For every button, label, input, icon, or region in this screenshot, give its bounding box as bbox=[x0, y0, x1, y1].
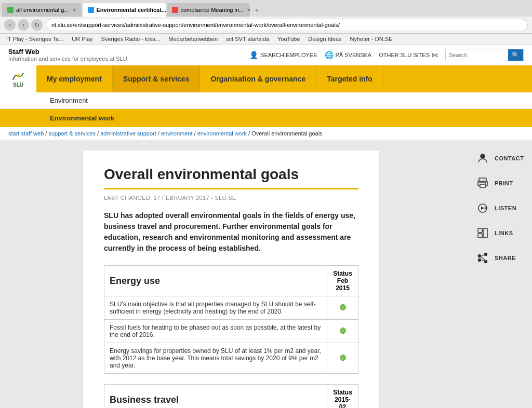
nav-item-support-services[interactable]: Support & services bbox=[113, 65, 201, 92]
status-dot-green bbox=[340, 304, 346, 310]
bookmark-5[interactable]: svt SVT startsida bbox=[224, 35, 271, 43]
business-travel-status-header: Status2015-02 bbox=[327, 385, 358, 409]
table-row: Fossil fuels for heating to be phased ou… bbox=[104, 320, 358, 343]
other-slu-label: OTHER SLU SITES bbox=[379, 52, 430, 58]
breadcrumb-environment[interactable]: environment bbox=[161, 130, 193, 137]
share-action[interactable]: SHARE bbox=[475, 250, 527, 266]
tertiary-nav: Environmental work bbox=[0, 109, 532, 127]
breadcrumb-support[interactable]: support & services bbox=[48, 130, 95, 137]
nav-items: My employment Support & services Organis… bbox=[36, 65, 383, 92]
energy-row-1-text: SLU's main objective is that all propert… bbox=[104, 296, 327, 320]
share-icon: ⋈ bbox=[432, 51, 438, 59]
site-name-area: Staff Web Information and services for e… bbox=[8, 48, 127, 62]
tab-close-3[interactable]: ✕ bbox=[247, 7, 249, 13]
tab-2[interactable]: Environmental certificat... ✕ bbox=[83, 3, 166, 17]
tab-close-1[interactable]: ✕ bbox=[72, 7, 76, 13]
pa-svenska-action[interactable]: 🌐 PÅ SVENSKA bbox=[325, 51, 372, 59]
header-search-button[interactable]: 🔍 bbox=[508, 49, 523, 61]
svg-rect-5 bbox=[480, 184, 485, 187]
header-search-input[interactable] bbox=[446, 50, 508, 60]
back-button[interactable]: ‹ bbox=[4, 19, 16, 31]
svg-rect-10 bbox=[483, 228, 487, 238]
energy-row-2-status bbox=[327, 320, 358, 343]
globe-icon: 🌐 bbox=[325, 51, 334, 59]
tab-favicon-1 bbox=[7, 7, 14, 13]
nav-item-targeted-info[interactable]: Targeted info bbox=[316, 65, 383, 92]
contact-label: CONTACT bbox=[495, 155, 524, 161]
breadcrumb: start staff web / support & services / a… bbox=[0, 127, 532, 140]
print-label: PRINT bbox=[495, 180, 513, 186]
breadcrumb-admin[interactable]: administrative support bbox=[100, 130, 156, 137]
new-tab-button[interactable]: + bbox=[251, 4, 263, 17]
energy-row-3-status bbox=[327, 343, 358, 374]
breadcrumb-start[interactable]: start staff web bbox=[8, 130, 44, 137]
nav-item-targeted-info-label: Targeted info bbox=[327, 75, 373, 83]
print-icon bbox=[475, 175, 490, 191]
nav-item-support-services-label: Support & services bbox=[123, 75, 190, 83]
other-slu-sites-action[interactable]: OTHER SLU SITES ⋈ bbox=[379, 51, 438, 59]
page-title: Overall environmental goals bbox=[104, 166, 358, 189]
bookmark-8[interactable]: Nyheter - DN.SE bbox=[348, 35, 395, 43]
nav-item-my-employment[interactable]: My employment bbox=[36, 65, 113, 92]
links-icon bbox=[475, 225, 490, 241]
svg-point-1 bbox=[17, 74, 20, 77]
site-header: Staff Web Information and services for e… bbox=[0, 45, 532, 65]
bookmark-1[interactable]: IT Play - Sveriges Te... bbox=[4, 35, 65, 43]
tab-label-2: Environmental certificat... bbox=[97, 7, 166, 13]
bookmark-2[interactable]: UR Play bbox=[70, 35, 95, 43]
search-employee-label: SEARCH EMPLOYEE bbox=[260, 52, 317, 58]
forward-button[interactable]: › bbox=[18, 19, 29, 31]
svg-point-13 bbox=[485, 261, 487, 263]
last-changed: LAST CHANGED: 17 FEBRUARY 2017 - SLU.SE bbox=[104, 195, 358, 201]
business-travel-title: Business travel bbox=[104, 385, 327, 409]
share-label: SHARE bbox=[495, 255, 516, 261]
svg-line-17 bbox=[481, 257, 485, 260]
main-content: Overall environmental goals LAST CHANGED… bbox=[0, 140, 470, 408]
svg-rect-8 bbox=[478, 228, 482, 233]
browser-tabs: all environmental g... ✕ Environmental c… bbox=[0, 0, 532, 17]
url-input[interactable] bbox=[46, 19, 528, 31]
svg-point-6 bbox=[485, 183, 486, 184]
secondary-nav-environment[interactable]: Environment bbox=[42, 92, 96, 108]
breadcrumb-current: Overall environmental goals bbox=[251, 130, 322, 137]
svg-rect-3 bbox=[479, 178, 486, 182]
content-card: Overall environmental goals LAST CHANGED… bbox=[83, 151, 379, 408]
contact-action[interactable]: CONTACT bbox=[475, 151, 527, 166]
bookmark-3[interactable]: Sveriges Radio - loka... bbox=[99, 35, 163, 43]
search-employee-action[interactable]: 👤 SEARCH EMPLOYEE bbox=[249, 51, 317, 59]
right-sidebar: CONTACT PRINT LI bbox=[470, 140, 532, 408]
slu-logo[interactable]: SLU bbox=[0, 65, 36, 92]
svg-point-2 bbox=[481, 154, 485, 158]
tab-1[interactable]: all environmental g... ✕ bbox=[2, 3, 82, 17]
breadcrumb-env-work[interactable]: environmental work bbox=[197, 130, 247, 137]
listen-action[interactable]: LISTEN bbox=[475, 200, 527, 216]
tab-label-3: compliance Meaning in... bbox=[181, 7, 244, 13]
energy-row-1-status bbox=[327, 296, 358, 320]
contact-icon bbox=[475, 151, 490, 166]
secondary-nav: Environment bbox=[0, 92, 532, 109]
status-dot-green-2 bbox=[340, 328, 346, 334]
svg-point-14 bbox=[478, 259, 481, 262]
links-label: LINKS bbox=[495, 230, 513, 236]
table-row: Energy savings for properties owned by S… bbox=[104, 343, 358, 374]
energy-row-2-text: Fossil fuels for heating to be phased ou… bbox=[104, 320, 327, 343]
intro-text: SLU has adopted overall environmental go… bbox=[104, 210, 358, 254]
tertiary-nav-env-work[interactable]: Environmental work bbox=[42, 112, 123, 124]
bookmark-6[interactable]: YouTube bbox=[275, 35, 302, 43]
nav-item-organisation[interactable]: Organisation & governance bbox=[200, 65, 316, 92]
tertiary-nav-env-work-label: Environmental work bbox=[50, 114, 114, 122]
bookmark-4[interactable]: Medarbetarwebben bbox=[166, 35, 220, 43]
links-action[interactable]: LINKS bbox=[475, 225, 527, 241]
address-bar: ‹ › ↻ bbox=[0, 17, 532, 34]
main-nav: SLU My employment Support & services Org… bbox=[0, 65, 532, 92]
reload-button[interactable]: ↻ bbox=[31, 19, 43, 31]
energy-use-title: Energy use bbox=[104, 266, 327, 296]
tab-3[interactable]: compliance Meaning in... ✕ bbox=[167, 3, 250, 17]
print-action[interactable]: PRINT bbox=[475, 175, 527, 191]
tab-favicon-3 bbox=[172, 7, 178, 13]
table-row: SLU's main objective is that all propert… bbox=[104, 296, 358, 320]
svg-point-12 bbox=[485, 253, 487, 256]
secondary-nav-environment-label: Environment bbox=[50, 97, 88, 104]
bookmark-7[interactable]: Design Ideas bbox=[306, 35, 343, 43]
pa-svenska-label: PÅ SVENSKA bbox=[336, 52, 372, 58]
